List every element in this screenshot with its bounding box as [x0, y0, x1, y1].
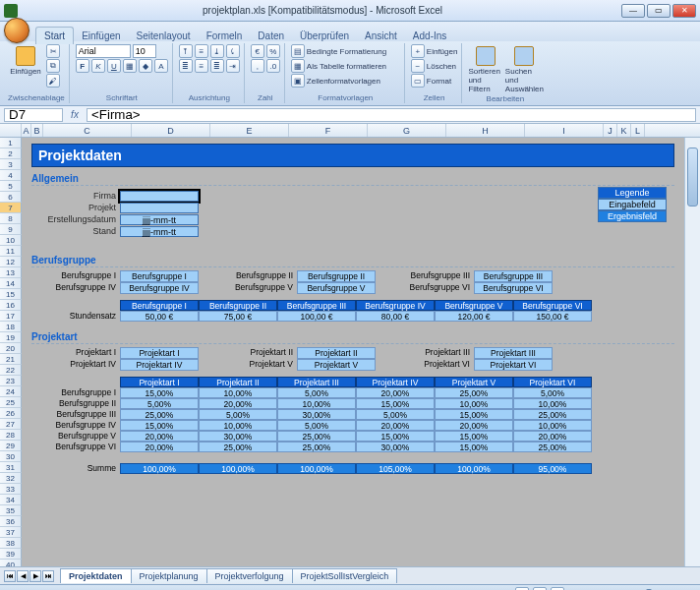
row-header-17[interactable]: 17: [0, 311, 22, 322]
cell-styles-button[interactable]: ▣Zellenformatvorlagen: [291, 74, 386, 88]
minimize-button[interactable]: —: [621, 4, 645, 18]
stundensatz-cell[interactable]: 120,00 €: [435, 311, 513, 322]
row-header-32[interactable]: 32: [0, 473, 22, 484]
paste-button[interactable]: Einfügen: [8, 44, 43, 76]
row-header-39[interactable]: 39: [0, 549, 22, 560]
align-bottom-icon[interactable]: ⤓: [210, 44, 224, 58]
col-header-E[interactable]: E: [210, 124, 289, 137]
row-header-10[interactable]: 10: [0, 235, 22, 246]
pa-cell[interactable]: 10,00%: [199, 387, 277, 398]
row-header-26[interactable]: 26: [0, 408, 22, 419]
name-box[interactable]: [4, 108, 63, 122]
row-header-27[interactable]: 27: [0, 419, 22, 430]
pa-cell[interactable]: 20,00%: [513, 431, 592, 442]
close-button[interactable]: ✕: [672, 4, 696, 18]
align-middle-icon[interactable]: ≡: [195, 44, 208, 58]
pa-cell[interactable]: 20,00%: [356, 420, 435, 431]
col-header-J[interactable]: J: [604, 124, 617, 137]
col-header-D[interactable]: D: [132, 124, 210, 137]
fill-color-button[interactable]: ◆: [139, 59, 152, 73]
col-header-L[interactable]: L: [631, 124, 645, 137]
pa-cell[interactable]: 5,00%: [199, 409, 277, 420]
pa-cell[interactable]: 5,00%: [356, 409, 435, 420]
pa-cell[interactable]: 20,00%: [199, 398, 277, 409]
sheet-tab-projektsollistvergleich[interactable]: ProjektSollIstVergleich: [292, 568, 398, 583]
col-header-I[interactable]: I: [525, 124, 604, 137]
decimal-inc-icon[interactable]: .0: [266, 59, 280, 73]
pa-cell[interactable]: 10,00%: [277, 398, 356, 409]
row-header-24[interactable]: 24: [0, 386, 22, 397]
pa-cell[interactable]: 25,00%: [277, 442, 356, 452]
insert-cells-button[interactable]: +Einfügen: [411, 44, 458, 58]
align-center-icon[interactable]: ≡: [195, 59, 208, 73]
row-headers[interactable]: 1234567891011121314151617181920212223242…: [0, 138, 22, 566]
find-select-button[interactable]: Suchen und Auswählen: [506, 44, 542, 93]
row-header-22[interactable]: 22: [0, 365, 22, 376]
ribbon-tab-daten[interactable]: Daten: [250, 28, 292, 44]
font-size-select[interactable]: [133, 44, 156, 58]
row-header-30[interactable]: 30: [0, 451, 22, 462]
pa-cell[interactable]: 25,00%: [513, 442, 592, 452]
pa-cell[interactable]: 5,00%: [277, 420, 356, 431]
row-header-23[interactable]: 23: [0, 376, 22, 386]
sheet-tab-projektplanung[interactable]: Projektplanung: [131, 568, 207, 583]
field-value[interactable]: [120, 191, 199, 202]
row-header-3[interactable]: 3: [0, 159, 22, 170]
pa-cell[interactable]: 15,00%: [435, 442, 513, 452]
pa-cell[interactable]: 15,00%: [435, 409, 513, 420]
pa-cell[interactable]: 10,00%: [199, 420, 277, 431]
align-left-icon[interactable]: ≣: [179, 59, 193, 73]
row-header-6[interactable]: 6: [0, 192, 22, 203]
row-header-40[interactable]: 40: [0, 560, 22, 566]
percent-icon[interactable]: %: [266, 44, 280, 58]
formula-input[interactable]: [87, 108, 696, 122]
row-header-1[interactable]: 1: [0, 138, 22, 148]
font-name-select[interactable]: [76, 44, 131, 58]
row-header-36[interactable]: 36: [0, 516, 22, 527]
field-value[interactable]: [120, 203, 199, 213]
pa-cell[interactable]: 25,00%: [435, 387, 513, 398]
ribbon-tab-formeln[interactable]: Formeln: [199, 28, 251, 44]
field-value[interactable]: jjjj-mm-tt: [120, 214, 199, 225]
row-header-2[interactable]: 2: [0, 148, 22, 159]
cut-icon[interactable]: ✂: [46, 44, 60, 58]
copy-icon[interactable]: ⧉: [46, 59, 60, 73]
row-header-18[interactable]: 18: [0, 322, 22, 332]
pa-cell[interactable]: 20,00%: [435, 420, 513, 431]
view-layout-icon[interactable]: ▤: [533, 587, 547, 591]
row-header-38[interactable]: 38: [0, 538, 22, 549]
ribbon-tab-einfügen[interactable]: Einfügen: [74, 28, 128, 44]
office-button[interactable]: [4, 18, 29, 43]
underline-button[interactable]: U: [107, 59, 121, 73]
stundensatz-cell[interactable]: 150,00 €: [513, 311, 592, 322]
col-header-H[interactable]: H: [446, 124, 525, 137]
row-header-35[interactable]: 35: [0, 505, 22, 516]
ribbon-tab-ansicht[interactable]: Ansicht: [357, 28, 405, 44]
pa-cell[interactable]: 25,00%: [120, 409, 199, 420]
format-as-table-button[interactable]: ▦Als Tabelle formatieren: [291, 59, 386, 73]
row-header-8[interactable]: 8: [0, 213, 22, 224]
pa-cell[interactable]: 25,00%: [277, 431, 356, 442]
pa-cell[interactable]: 10,00%: [435, 398, 513, 409]
row-header-25[interactable]: 25: [0, 397, 22, 408]
row-header-19[interactable]: 19: [0, 332, 22, 343]
pa-cell[interactable]: 10,00%: [513, 420, 592, 431]
stundensatz-cell[interactable]: 80,00 €: [356, 311, 435, 322]
pa-cell[interactable]: 5,00%: [120, 398, 199, 409]
ribbon-tab-start[interactable]: Start: [35, 27, 74, 44]
row-header-12[interactable]: 12: [0, 257, 22, 267]
format-cells-button[interactable]: ▭Format: [411, 74, 458, 88]
pa-cell[interactable]: 15,00%: [435, 431, 513, 442]
row-header-34[interactable]: 34: [0, 495, 22, 505]
pa-cell[interactable]: 5,00%: [513, 387, 592, 398]
row-header-5[interactable]: 5: [0, 181, 22, 192]
row-header-33[interactable]: 33: [0, 484, 22, 495]
col-header-C[interactable]: C: [43, 124, 132, 137]
bold-button[interactable]: F: [76, 59, 89, 73]
pa-cell[interactable]: 20,00%: [120, 442, 199, 452]
row-header-28[interactable]: 28: [0, 430, 22, 441]
sheet-tab-projektdaten[interactable]: Projektdaten: [60, 568, 132, 583]
view-pagebreak-icon[interactable]: ▥: [551, 587, 564, 591]
orientation-icon[interactable]: ⤹: [226, 44, 240, 58]
pa-cell[interactable]: 30,00%: [356, 442, 435, 452]
